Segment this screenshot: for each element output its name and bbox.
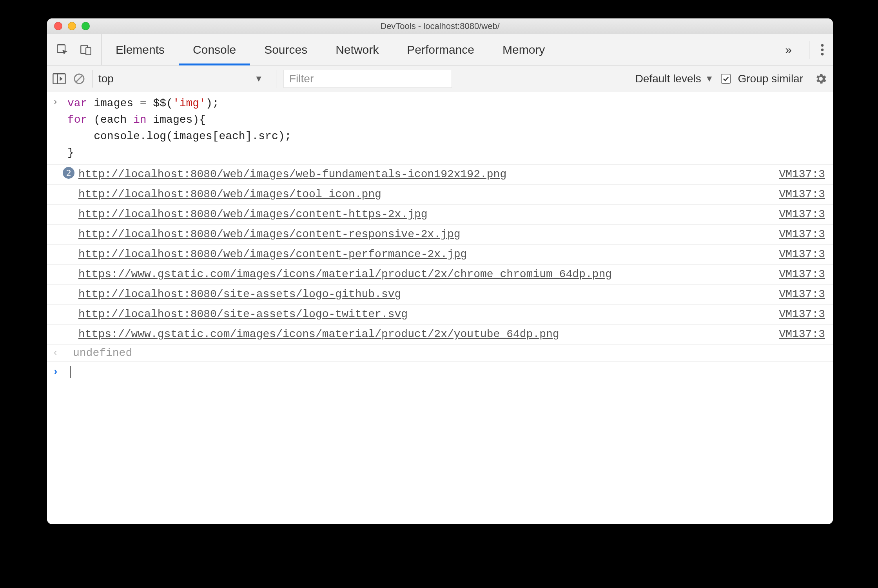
svg-rect-6 — [53, 74, 65, 84]
svg-point-4 — [821, 48, 824, 51]
console-log-row: https://www.gstatic.com/images/icons/mat… — [47, 325, 833, 345]
log-source-link[interactable]: VM137:3 — [779, 286, 825, 303]
levels-label: Default levels — [635, 73, 701, 85]
return-value-row: ‹ undefined — [47, 345, 833, 362]
console-log-row: http://localhost:8080/web/images/content… — [47, 205, 833, 225]
log-link[interactable]: http://localhost:8080/site-assets/logo-g… — [78, 286, 767, 303]
console-prompt[interactable]: › — [47, 362, 833, 394]
kebab-menu-icon[interactable] — [820, 43, 824, 56]
return-value: undefined — [73, 347, 132, 359]
svg-point-3 — [821, 44, 824, 47]
log-source-link[interactable]: VM137:3 — [779, 166, 825, 183]
device-toolbar-icon[interactable] — [79, 43, 93, 56]
main-toolbar: ElementsConsoleSourcesNetworkPerformance… — [47, 34, 833, 65]
console-log-row: http://localhost:8080/web/images/content… — [47, 225, 833, 245]
log-link[interactable]: http://localhost:8080/web/images/content… — [78, 206, 767, 223]
filter-input[interactable] — [283, 70, 452, 88]
console-log-row: 2http://localhost:8080/web/images/web-fu… — [47, 165, 833, 185]
log-link[interactable]: http://localhost:8080/web/images/content… — [78, 246, 767, 263]
tab-sources[interactable]: Sources — [250, 34, 321, 65]
titlebar: DevTools - localhost:8080/web/ — [47, 18, 833, 34]
window-controls — [54, 22, 90, 30]
console-toolbar: top ▼ Default levels ▼ Group similar — [47, 65, 833, 92]
log-source-link[interactable]: VM137:3 — [779, 206, 825, 223]
inspect-element-icon[interactable] — [56, 43, 69, 56]
tab-console[interactable]: Console — [179, 34, 250, 65]
tab-memory[interactable]: Memory — [488, 34, 559, 65]
repeat-count-badge: 2 — [63, 167, 74, 179]
tab-network[interactable]: Network — [321, 34, 393, 65]
group-similar-label: Group similar — [738, 73, 803, 85]
prompt-glyph: › — [53, 366, 64, 378]
minimize-window-button[interactable] — [68, 22, 76, 30]
overflow-tabs-button[interactable]: » — [779, 43, 798, 56]
console-log-row: http://localhost:8080/web/images/content… — [47, 245, 833, 265]
log-link[interactable]: http://localhost:8080/web/images/content… — [78, 226, 767, 243]
log-source-link[interactable]: VM137:3 — [779, 186, 825, 203]
console-input-history: › var images = $$('img'); for (each in i… — [47, 92, 833, 165]
log-link[interactable]: http://localhost:8080/web/images/tool_ic… — [78, 186, 767, 203]
log-source-link[interactable]: VM137:3 — [779, 306, 825, 323]
svg-point-5 — [821, 53, 824, 56]
dropdown-triangle-icon: ▼ — [254, 74, 263, 84]
log-source-link[interactable]: VM137:3 — [779, 246, 825, 263]
input-prompt-glyph: › — [53, 95, 67, 161]
toggle-sidebar-icon[interactable] — [53, 73, 66, 85]
code-block: var images = $$('img'); for (each in ima… — [67, 95, 291, 161]
log-link[interactable]: https://www.gstatic.com/images/icons/mat… — [78, 326, 767, 343]
svg-rect-2 — [86, 47, 91, 54]
console-log-row: http://localhost:8080/site-assets/logo-g… — [47, 285, 833, 305]
separator — [276, 70, 276, 88]
close-window-button[interactable] — [54, 22, 62, 30]
devtools-window: DevTools - localhost:8080/web/ E — [47, 18, 833, 524]
clear-console-icon[interactable] — [73, 73, 85, 85]
console-log-row: http://localhost:8080/site-assets/logo-t… — [47, 305, 833, 325]
tab-elements[interactable]: Elements — [102, 34, 179, 65]
console-settings-icon[interactable] — [814, 72, 827, 85]
log-source-link[interactable]: VM137:3 — [779, 326, 825, 343]
execution-context-selector[interactable]: top ▼ — [93, 70, 269, 88]
window-title: DevTools - localhost:8080/web/ — [47, 21, 833, 31]
log-source-link[interactable]: VM137:3 — [779, 226, 825, 243]
group-similar-checkbox[interactable] — [721, 74, 731, 84]
console-log-row: http://localhost:8080/web/images/tool_ic… — [47, 185, 833, 205]
console-output[interactable]: › var images = $$('img'); for (each in i… — [47, 92, 833, 524]
svg-line-9 — [76, 76, 82, 82]
separator — [809, 41, 809, 59]
log-link[interactable]: http://localhost:8080/web/images/web-fun… — [78, 166, 767, 183]
log-levels-selector[interactable]: Default levels ▼ — [635, 73, 714, 85]
zoom-window-button[interactable] — [82, 22, 90, 30]
log-link[interactable]: https://www.gstatic.com/images/icons/mat… — [78, 266, 767, 283]
dropdown-triangle-icon: ▼ — [705, 74, 714, 84]
log-source-link[interactable]: VM137:3 — [779, 266, 825, 283]
text-cursor — [70, 366, 71, 378]
context-label: top — [98, 73, 114, 85]
tab-performance[interactable]: Performance — [393, 34, 488, 65]
console-log-row: https://www.gstatic.com/images/icons/mat… — [47, 265, 833, 285]
return-glyph: ‹ — [53, 348, 67, 358]
log-link[interactable]: http://localhost:8080/site-assets/logo-t… — [78, 306, 767, 323]
